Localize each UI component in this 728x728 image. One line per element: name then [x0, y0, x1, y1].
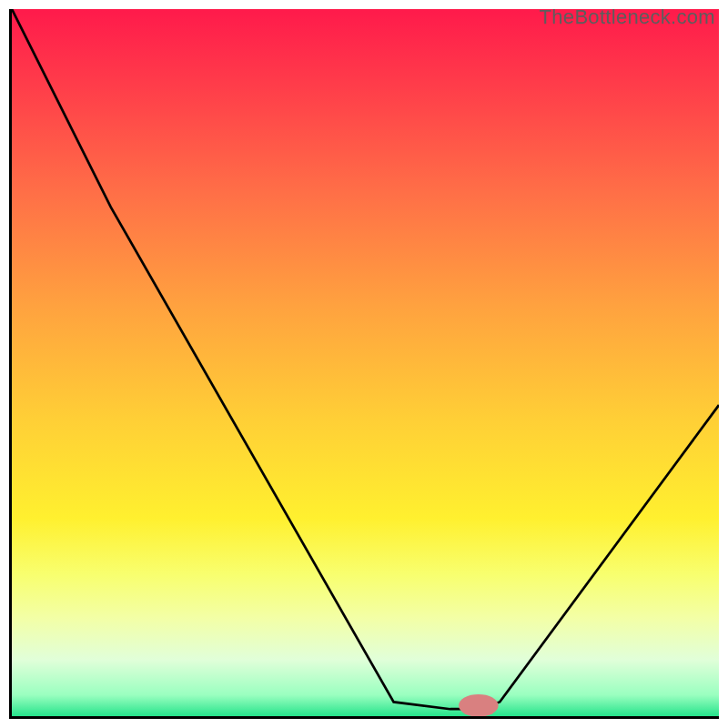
gradient-background [12, 9, 719, 716]
bottleneck-plot [9, 9, 719, 719]
attribution-label: TheBottleneck.com [540, 5, 715, 29]
